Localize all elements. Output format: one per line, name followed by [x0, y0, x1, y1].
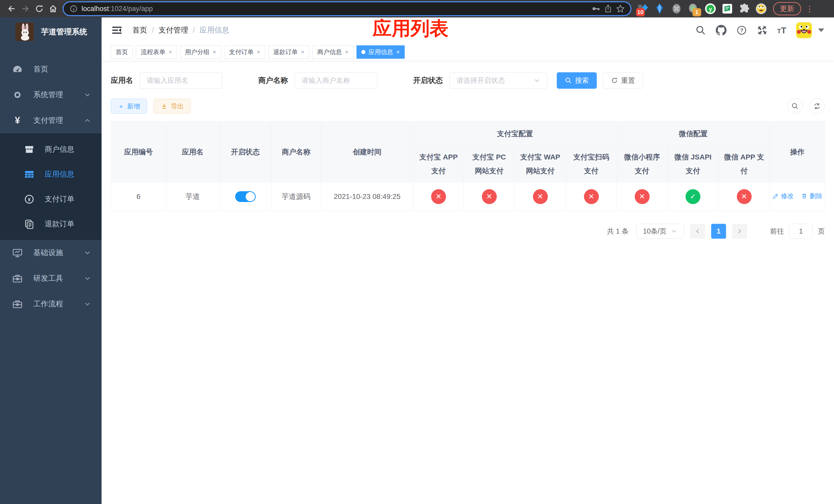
- extension-icon-y[interactable]: y: [705, 3, 716, 14]
- avatar-dropdown-caret[interactable]: [818, 28, 824, 32]
- svg-text:y: y: [709, 6, 712, 12]
- sidebar-item-refund-order[interactable]: 退款订单: [0, 211, 102, 236]
- goto-page-input[interactable]: [789, 224, 813, 239]
- tag-label: 用户分组: [185, 48, 210, 56]
- app-title: 芋道管理系统: [41, 27, 87, 37]
- address-bar[interactable]: localhost:1024/pay/app: [64, 2, 630, 15]
- shop-icon: [24, 144, 35, 155]
- sidebar-item-infra[interactable]: 基础设施: [0, 240, 102, 266]
- breadcrumb-separator: /: [152, 26, 154, 35]
- toolbox-icon: [12, 273, 23, 284]
- chevron-down-icon: [671, 228, 677, 234]
- add-button[interactable]: ＋ 新增: [111, 99, 147, 114]
- search-button[interactable]: 搜索: [557, 72, 597, 89]
- refresh-table-button[interactable]: [809, 98, 825, 114]
- browser-reload-button[interactable]: [32, 2, 46, 16]
- next-page-button[interactable]: [732, 224, 747, 239]
- tag-user-group[interactable]: 用户分组×: [180, 45, 221, 59]
- browser-menu-kebab[interactable]: ⋮: [806, 4, 811, 13]
- close-icon[interactable]: ×: [169, 48, 172, 55]
- extension-icon-recorder[interactable]: 1: [688, 3, 699, 14]
- col-alipay-pc: 支付宝 PC 网站支付: [464, 146, 515, 182]
- chevron-down-icon: [533, 77, 541, 84]
- header-search-icon[interactable]: [695, 25, 706, 36]
- merchant-name-input[interactable]: [295, 72, 377, 89]
- trash-icon: [801, 193, 808, 200]
- app-name-input[interactable]: [140, 72, 222, 89]
- extension-icon-gem[interactable]: [654, 3, 665, 14]
- col-created: 创建时间: [321, 122, 413, 182]
- help-icon[interactable]: ?: [736, 25, 747, 36]
- cell-created: 2021-10-23 08:49:25: [321, 182, 413, 211]
- close-icon[interactable]: ×: [345, 48, 349, 55]
- cell-app-name: 芋道: [166, 182, 220, 211]
- status-select[interactable]: 请选择开启状态: [449, 72, 548, 89]
- page-suffix: 页: [818, 227, 825, 236]
- extension-icon-command[interactable]: ⌘: [671, 3, 682, 14]
- share-icon[interactable]: [604, 4, 612, 13]
- user-avatar[interactable]: [796, 22, 812, 38]
- search-icon: [791, 102, 799, 110]
- close-icon[interactable]: ×: [213, 48, 216, 55]
- sidebar-item-merchant-info[interactable]: 商户信息: [0, 137, 102, 162]
- close-icon[interactable]: ×: [301, 48, 304, 55]
- sidebar-item-dev-tools[interactable]: 研发工具: [0, 266, 102, 291]
- tag-home[interactable]: 首页: [111, 45, 133, 59]
- tags-view: 首页 流程表单× 用户分组× 支付订单× 退款订单× 商户信息× 应用信息×: [102, 43, 834, 61]
- breadcrumb-payment[interactable]: 支付管理: [158, 25, 188, 36]
- close-icon[interactable]: ×: [396, 48, 400, 55]
- chevron-right-icon: [736, 228, 743, 234]
- tag-refund-order[interactable]: 退款订单×: [268, 45, 309, 59]
- page-number-1[interactable]: 1: [711, 224, 726, 239]
- app-name-label: 应用名: [111, 75, 133, 86]
- payment-submenu: 商户信息 应用信息 ¥ 支付订单: [0, 133, 102, 240]
- sidebar-item-home[interactable]: 首页: [0, 56, 102, 82]
- table-tools: [787, 98, 825, 114]
- font-size-icon[interactable]: TT: [777, 25, 786, 36]
- cell-merchant: 芋道源码: [271, 182, 321, 211]
- sidebar-item-app-info[interactable]: 应用信息: [0, 162, 102, 187]
- bookmark-star-icon[interactable]: [616, 4, 625, 13]
- reset-button[interactable]: 重置: [603, 72, 643, 89]
- extension-icon-chat[interactable]: [722, 3, 733, 14]
- github-icon[interactable]: [716, 25, 727, 36]
- close-icon[interactable]: ×: [257, 48, 260, 55]
- tag-process-form[interactable]: 流程表单×: [136, 45, 177, 59]
- status-toggle[interactable]: [235, 191, 256, 202]
- chevron-up-icon: [84, 117, 91, 124]
- toggle-search-button[interactable]: [787, 98, 803, 114]
- password-key-icon[interactable]: [591, 4, 600, 13]
- sidebar-fold-icon[interactable]: [111, 25, 123, 36]
- browser-update-button[interactable]: 更新: [773, 2, 801, 15]
- sidebar-item-system[interactable]: 系统管理: [0, 82, 102, 108]
- extensions-puzzle-icon[interactable]: [739, 3, 750, 14]
- site-info-icon[interactable]: [69, 4, 78, 13]
- col-wx-app: 微信 APP 支付: [719, 146, 770, 182]
- delete-button[interactable]: 删除: [801, 192, 822, 200]
- sidebar-item-pay-order[interactable]: ¥ 支付订单: [0, 187, 102, 211]
- sidebar-item-workflow[interactable]: 工作流程: [0, 291, 102, 317]
- fullscreen-icon[interactable]: [757, 25, 768, 36]
- tag-label: 首页: [116, 48, 128, 56]
- group-alipay-config: 支付宝配置: [413, 122, 617, 146]
- browser-forward-button[interactable]: [19, 2, 32, 16]
- export-button[interactable]: 导出: [154, 99, 191, 114]
- chat-ext-glyph: [722, 3, 733, 14]
- prev-page-button[interactable]: [690, 224, 705, 239]
- sidebar-item-payment[interactable]: ¥ 支付管理: [0, 108, 102, 133]
- arrow-right-icon: [21, 4, 30, 13]
- tag-merchant-info[interactable]: 商户信息×: [312, 45, 353, 59]
- page-size-select[interactable]: 10条/页: [636, 224, 684, 239]
- cell-actions: 修改 删除: [770, 182, 825, 211]
- tag-pay-order[interactable]: 支付订单×: [224, 45, 265, 59]
- extension-icon-tabs[interactable]: 10: [637, 3, 648, 14]
- edit-button[interactable]: 修改: [772, 192, 794, 200]
- profile-avatar-icon[interactable]: [755, 3, 767, 14]
- browser-toolbar: localhost:1024/pay/app 10 ⌘ 1 y: [0, 0, 834, 18]
- breadcrumb-home[interactable]: 首页: [132, 25, 147, 36]
- cell-app-id: 6: [111, 182, 166, 211]
- browser-home-button[interactable]: [46, 2, 60, 16]
- table-grid-icon: [24, 169, 35, 180]
- browser-back-button[interactable]: [5, 2, 19, 16]
- tag-app-info[interactable]: 应用信息×: [356, 45, 405, 59]
